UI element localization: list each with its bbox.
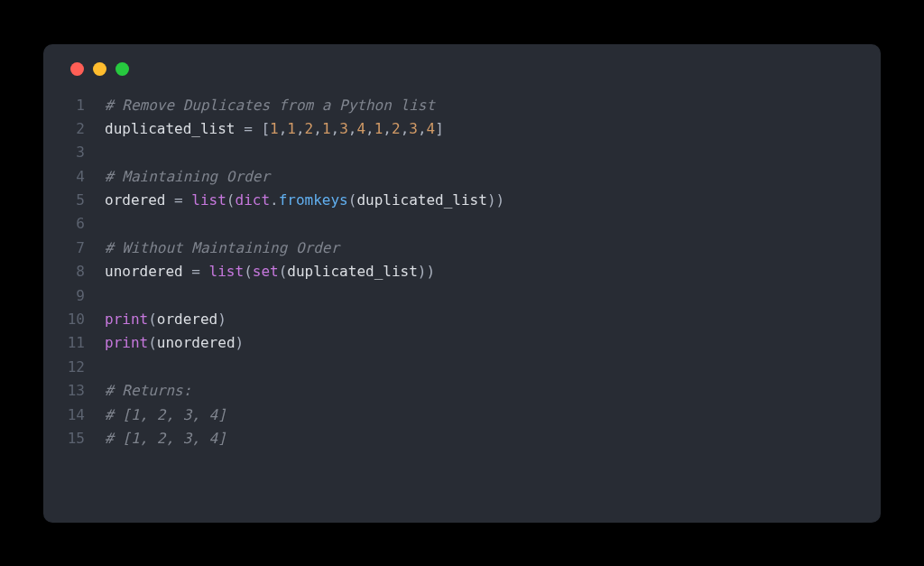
code-line[interactable] xyxy=(105,141,504,164)
line-number: 3 xyxy=(65,141,85,164)
code-token: , xyxy=(331,120,340,137)
code-content[interactable]: # Remove Duplicates from a Python listdu… xyxy=(105,94,504,451)
code-line[interactable]: ordered = list(dict.fromkeys(duplicated_… xyxy=(105,189,504,212)
code-line[interactable]: # Remove Duplicates from a Python list xyxy=(105,94,504,117)
code-token: 3 xyxy=(409,120,418,137)
code-token: ] xyxy=(435,120,444,137)
code-token: 1 xyxy=(322,120,331,137)
code-token: ) xyxy=(217,311,226,328)
line-number: 15 xyxy=(65,427,85,450)
code-token: ordered xyxy=(157,311,217,328)
code-line[interactable]: # Without Maintaining Order xyxy=(105,237,504,260)
maximize-icon[interactable] xyxy=(116,62,129,76)
code-token: unordered xyxy=(105,263,191,280)
code-token: )) xyxy=(418,263,435,280)
code-line[interactable] xyxy=(105,356,504,379)
code-token: # [1, 2, 3, 4] xyxy=(105,430,226,447)
code-line[interactable]: print(ordered) xyxy=(105,308,504,331)
code-token: , xyxy=(401,120,410,137)
code-line[interactable]: # Returns: xyxy=(105,379,504,403)
line-number: 13 xyxy=(65,379,85,403)
code-token: , xyxy=(348,120,357,137)
code-token: print xyxy=(105,334,148,351)
code-token: )) xyxy=(487,191,504,209)
code-token: ( xyxy=(244,263,253,280)
code-token: duplicated_list xyxy=(105,120,244,137)
code-line[interactable]: print(unordered) xyxy=(105,331,504,355)
code-token: dict xyxy=(236,191,271,209)
minimize-icon[interactable] xyxy=(93,62,106,76)
code-token: list xyxy=(191,191,226,209)
line-number-gutter: 123456789101112131415 xyxy=(65,94,105,451)
code-token: . xyxy=(270,191,279,209)
line-number: 14 xyxy=(65,404,85,427)
line-number: 12 xyxy=(65,356,85,379)
code-token: ( xyxy=(148,311,157,328)
line-number: 10 xyxy=(65,308,85,331)
code-token: = xyxy=(191,263,208,280)
line-number: 7 xyxy=(65,237,85,260)
line-number: 9 xyxy=(65,284,85,308)
code-token: , xyxy=(313,120,322,137)
code-token: , xyxy=(279,120,288,137)
line-number: 2 xyxy=(65,117,85,141)
code-token: ) xyxy=(236,334,245,351)
code-token: fromkeys xyxy=(279,191,348,209)
code-token: ( xyxy=(226,191,236,209)
code-token: 3 xyxy=(339,120,348,137)
code-line[interactable]: duplicated_list = [1,1,2,1,3,4,1,2,3,4] xyxy=(105,117,504,141)
code-token: # Maintaining Order xyxy=(105,168,270,185)
code-token: = xyxy=(174,191,191,209)
code-token: , xyxy=(296,120,305,137)
line-number: 5 xyxy=(65,189,85,212)
code-line[interactable]: # Maintaining Order xyxy=(105,165,504,189)
code-line[interactable]: # [1, 2, 3, 4] xyxy=(105,404,504,427)
code-token: # [1, 2, 3, 4] xyxy=(105,406,226,423)
line-number: 11 xyxy=(65,331,85,355)
line-number: 8 xyxy=(65,260,85,283)
code-token: ( xyxy=(279,263,288,280)
code-area[interactable]: 123456789101112131415 # Remove Duplicate… xyxy=(65,94,859,451)
code-line[interactable] xyxy=(105,212,504,236)
traffic-lights xyxy=(65,62,859,76)
code-token: 2 xyxy=(305,120,314,137)
code-token: , xyxy=(418,120,427,137)
code-line[interactable]: unordered = list(set(duplicated_list)) xyxy=(105,260,504,283)
code-token: = xyxy=(244,120,261,137)
code-token: print xyxy=(105,311,148,328)
code-line[interactable] xyxy=(105,284,504,308)
line-number: 4 xyxy=(65,165,85,189)
code-token: [ xyxy=(261,120,270,137)
code-token: set xyxy=(253,263,279,280)
code-token: duplicated_list xyxy=(356,191,487,209)
code-token: ( xyxy=(348,191,357,209)
code-token: 4 xyxy=(356,120,365,137)
code-token: , xyxy=(383,120,392,137)
code-token: ( xyxy=(148,334,157,351)
code-token: unordered xyxy=(157,334,236,351)
line-number: 1 xyxy=(65,94,85,117)
code-token: ordered xyxy=(105,191,174,209)
code-token: 1 xyxy=(374,120,383,137)
code-token: # Without Maintaining Order xyxy=(105,239,339,256)
code-token: 1 xyxy=(270,120,279,137)
code-token: duplicated_list xyxy=(287,263,418,280)
code-token: 2 xyxy=(392,120,401,137)
code-token: list xyxy=(209,263,245,280)
code-token: , xyxy=(365,120,374,137)
close-icon[interactable] xyxy=(70,62,84,76)
editor-window: 123456789101112131415 # Remove Duplicate… xyxy=(43,44,881,523)
code-token: 1 xyxy=(287,120,296,137)
line-number: 6 xyxy=(65,212,85,236)
code-token: 4 xyxy=(427,120,436,137)
code-line[interactable]: # [1, 2, 3, 4] xyxy=(105,427,504,450)
code-token: # Remove Duplicates from a Python list xyxy=(105,97,435,114)
code-token: # Returns: xyxy=(105,382,191,399)
